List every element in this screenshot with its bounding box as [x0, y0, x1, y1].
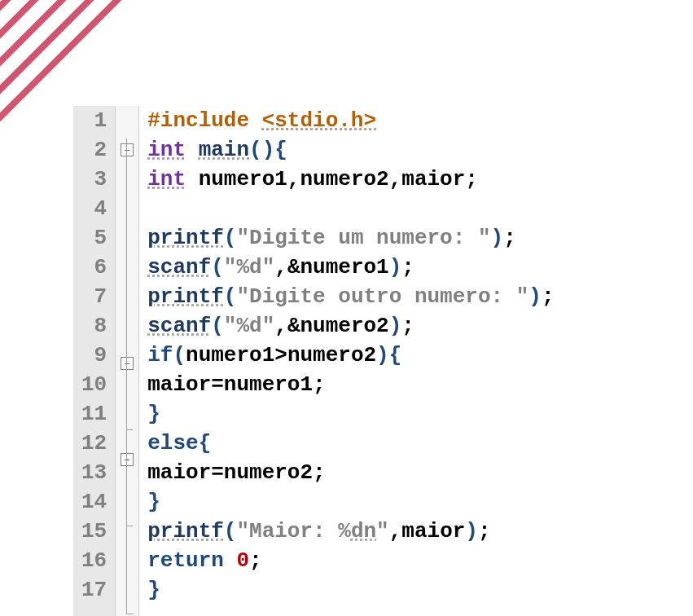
token: maior — [401, 519, 465, 543]
code-editor: 1234567891011121314151617 ––– #include <… — [73, 106, 555, 616]
token: numero2 — [224, 460, 313, 485]
token: = — [211, 372, 224, 397]
token: 0 — [236, 548, 249, 573]
token: "%d" — [224, 255, 274, 279]
fold-toggle-icon[interactable]: – — [121, 453, 134, 466]
token: if — [147, 343, 173, 367]
code-line: maior=numero2; — [147, 458, 554, 487]
token: printf — [147, 284, 224, 309]
token: numero2 — [287, 343, 376, 367]
token: numero2 — [300, 167, 388, 191]
token: , — [274, 255, 287, 279]
token: ; — [401, 255, 414, 279]
fold-toggle-icon[interactable]: – — [121, 143, 134, 156]
token: { — [199, 431, 212, 455]
token: <stdio.h> — [262, 108, 376, 133]
token: ( — [224, 226, 237, 250]
code-line: else{ — [147, 429, 554, 458]
token — [224, 548, 237, 573]
code-line: scanf("%d",&numero2); — [147, 311, 554, 341]
token: , — [287, 167, 300, 191]
code-line: } — [147, 399, 554, 429]
token: ; — [313, 372, 326, 397]
token: ; — [401, 314, 414, 338]
token: return — [147, 548, 224, 573]
token: ( — [211, 255, 224, 279]
line-number: 1 — [81, 106, 107, 135]
line-number: 3 — [81, 165, 107, 194]
token: dn — [351, 519, 376, 543]
token: & — [287, 314, 300, 338]
token: } — [147, 578, 160, 602]
line-number: 4 — [81, 194, 107, 223]
code-line: int main(){ — [147, 135, 554, 165]
code-area: #include <stdio.h>int main(){int numero1… — [139, 106, 554, 616]
token: " — [376, 519, 389, 543]
token: ) — [376, 343, 389, 367]
token: int — [147, 138, 186, 162]
token: #include — [147, 108, 261, 133]
code-line: #include <stdio.h> — [147, 106, 554, 135]
fold-line-icon — [126, 526, 133, 526]
token: numero1 — [186, 343, 274, 367]
token: printf — [147, 519, 224, 543]
token: maior — [147, 372, 211, 397]
token: numero2 — [300, 314, 388, 338]
token: > — [274, 343, 287, 367]
token: ) — [529, 284, 542, 309]
token: = — [211, 460, 224, 485]
token: "Maior: % — [236, 519, 350, 543]
token — [186, 138, 199, 162]
token: numero1 — [300, 255, 388, 279]
token: numero1 — [224, 372, 313, 397]
fold-column: ––– — [115, 106, 139, 616]
line-number: 7 — [81, 282, 107, 311]
token: ( — [224, 519, 237, 543]
token: ; — [249, 548, 262, 573]
token: ; — [503, 226, 516, 250]
line-number: 12 — [81, 429, 107, 458]
token: int — [147, 167, 186, 191]
token: , — [389, 519, 402, 543]
token: { — [389, 343, 402, 367]
token: ; — [465, 167, 478, 191]
line-number: 17 — [81, 575, 107, 605]
code-line: return 0; — [147, 546, 554, 575]
token — [186, 167, 199, 191]
fold-line-icon — [126, 429, 133, 430]
token: "Digite um numero: " — [236, 226, 490, 250]
line-number: 16 — [81, 546, 107, 575]
token: , — [274, 314, 287, 338]
line-number: 14 — [81, 487, 107, 517]
token: printf — [147, 226, 224, 250]
line-number-gutter: 1234567891011121314151617 — [73, 106, 115, 616]
token: } — [147, 490, 160, 514]
token: & — [287, 255, 300, 279]
token: ) — [389, 255, 402, 279]
line-number: 6 — [81, 253, 107, 282]
code-line: if(numero1>numero2){ — [147, 341, 554, 370]
token: ; — [478, 519, 491, 543]
token: ) — [465, 519, 478, 543]
token: { — [274, 138, 287, 162]
token: ; — [542, 284, 555, 309]
line-number: 15 — [81, 517, 107, 546]
code-line — [147, 194, 554, 223]
token: numero1 — [199, 167, 287, 191]
line-number: 8 — [81, 311, 107, 341]
token: () — [249, 138, 274, 162]
token: "%d" — [224, 314, 274, 338]
code-line: } — [147, 575, 554, 605]
code-line: maior=numero1; — [147, 370, 554, 399]
line-number: 9 — [81, 341, 107, 370]
token: , — [389, 167, 402, 191]
token: else — [147, 431, 198, 455]
fold-toggle-icon[interactable]: – — [121, 357, 134, 370]
token: "Digite outro numero: " — [236, 284, 529, 309]
code-line: scanf("%d",&numero1); — [147, 253, 554, 282]
code-line: printf("Digite um numero: "); — [147, 223, 554, 253]
line-number: 11 — [81, 399, 107, 429]
token: maior — [147, 460, 211, 485]
token: main — [199, 138, 249, 162]
token: ( — [173, 343, 186, 367]
